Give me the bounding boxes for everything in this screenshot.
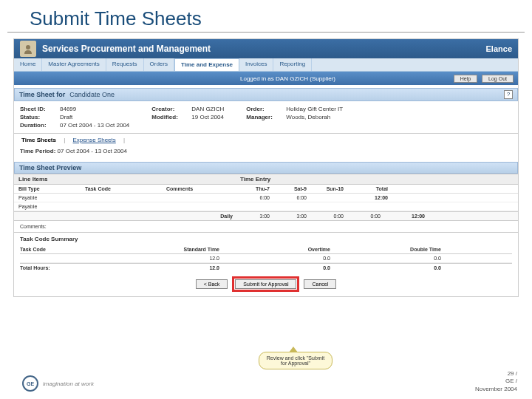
lineitems-label: Line Items bbox=[18, 176, 240, 183]
back-button[interactable]: < Back bbox=[196, 279, 228, 289]
brand-label: Elance bbox=[486, 44, 512, 53]
preview-bar: Time Sheet Preview bbox=[14, 162, 518, 174]
cell-total: 12:00 bbox=[351, 195, 388, 200]
timesheet-header-bar: Time Sheet for Candidate One ? bbox=[14, 88, 518, 101]
grid-columns: Bill Type Task Code Comments Thu-7 Sat-9… bbox=[14, 185, 518, 194]
tab-master-agreements[interactable]: Master Agreements bbox=[42, 58, 106, 71]
daily-totals-row: Daily 3:00 3:00 0:00 0:00 12:00 bbox=[14, 211, 518, 221]
cell-thu7 bbox=[240, 204, 277, 209]
sheet-id-label: Sheet ID: bbox=[20, 106, 57, 112]
daily-blank: 0:00 bbox=[351, 214, 388, 219]
action-bar: < Back Submit for Approval Cancel bbox=[14, 272, 518, 296]
cell-total bbox=[351, 204, 388, 209]
duration-value: 07 Oct 2004 - 13 Oct 2004 bbox=[60, 122, 129, 129]
summary-title: Task Code Summary bbox=[14, 233, 518, 245]
tab-time-expense[interactable]: Time and Expense bbox=[174, 58, 239, 71]
cell-sat9 bbox=[277, 204, 314, 209]
daily-label: Daily bbox=[203, 214, 240, 219]
cell-comments bbox=[166, 195, 240, 200]
sheet-id-value: 84699 bbox=[60, 106, 76, 112]
cell-type: Payable bbox=[18, 204, 85, 209]
modified-label: Modified: bbox=[151, 114, 188, 120]
duration-label: Duration: bbox=[20, 122, 57, 129]
cell-sun10 bbox=[314, 195, 351, 200]
scell-std: 12.0 bbox=[131, 256, 242, 261]
subtab-separator: | bbox=[123, 137, 125, 143]
scol-overtime: Overtime bbox=[242, 247, 352, 252]
status-label: Status: bbox=[20, 114, 57, 120]
summary-header-row: Task Code Standard Time Overtime Double … bbox=[20, 245, 512, 254]
sub-tabs: Time Sheets | Expense Sheets | bbox=[14, 134, 518, 146]
tab-home[interactable]: Home bbox=[14, 58, 42, 71]
meta-block: Sheet ID:84699 Status:Draft Duration:07 … bbox=[14, 101, 518, 134]
slide-title: Submit Time Sheets bbox=[7, 0, 525, 33]
summary-grid: Task Code Standard Time Overtime Double … bbox=[14, 245, 518, 272]
instruction-callout: Review and click "Submit for Approval" bbox=[259, 352, 332, 369]
tab-requests[interactable]: Requests bbox=[106, 58, 144, 71]
summary-total-row: Total Hours: 12.0 0.0 0.0 bbox=[20, 263, 512, 272]
total-ot: 0.0 bbox=[242, 265, 352, 270]
table-row: Payable 6:00 6:00 12:00 bbox=[14, 194, 518, 202]
cancel-button[interactable]: Cancel bbox=[304, 279, 336, 289]
period-label: Time Period: bbox=[20, 148, 55, 154]
table-row: Payable bbox=[14, 202, 518, 211]
modified-value: 19 Oct 2004 bbox=[191, 114, 224, 120]
svg-point-0 bbox=[26, 45, 30, 50]
col-taskcode: Task Code bbox=[85, 186, 166, 191]
manager-value: Woods, Deborah bbox=[286, 114, 330, 120]
avatar-icon bbox=[20, 41, 36, 57]
scol-taskcode: Task Code bbox=[20, 247, 131, 252]
creator-value: DAN GZICH bbox=[191, 106, 224, 112]
col-sun10: Sun-10 bbox=[314, 186, 351, 191]
total-std: 12.0 bbox=[131, 265, 242, 270]
order-label: Order: bbox=[246, 106, 283, 112]
login-text: Logged in as DAN GZICH (Supplier) bbox=[240, 75, 335, 82]
col-total: Total bbox=[351, 186, 388, 191]
help-button[interactable]: Help bbox=[454, 75, 477, 83]
subtab-expensesheets[interactable]: Expense Sheets bbox=[73, 137, 116, 143]
comments-row: Comments: bbox=[14, 221, 518, 233]
cell-type: Payable bbox=[18, 195, 85, 200]
scell-ot: 0.0 bbox=[242, 256, 352, 261]
subtab-timesheets[interactable]: Time Sheets bbox=[21, 137, 56, 143]
app-title: Services Procurement and Management bbox=[42, 44, 486, 54]
tab-orders[interactable]: Orders bbox=[144, 58, 174, 71]
app-window: Services Procurement and Management Elan… bbox=[13, 38, 519, 297]
footer-right: 29 / GE / November 2004 bbox=[475, 370, 517, 393]
manager-label: Manager: bbox=[246, 114, 283, 120]
comments-label: Comments: bbox=[20, 224, 47, 229]
tagline: imagination at work bbox=[43, 381, 94, 387]
col-thu7: Thu-7 bbox=[240, 186, 277, 191]
cell-sun10 bbox=[314, 204, 351, 209]
col-comments: Comments bbox=[166, 186, 240, 191]
tab-invoices[interactable]: Invoices bbox=[239, 58, 273, 71]
summary-row: 12.0 0.0 0.0 bbox=[20, 254, 512, 263]
timeentry-label: Time Entry bbox=[240, 176, 270, 183]
tab-reporting[interactable]: Reporting bbox=[273, 58, 312, 71]
total-hours-label: Total Hours: bbox=[20, 265, 131, 270]
total-dbl: 0.0 bbox=[352, 265, 463, 270]
logout-button[interactable]: Log Out bbox=[482, 75, 514, 83]
status-value: Draft bbox=[60, 114, 72, 120]
app-header: Services Procurement and Management Elan… bbox=[14, 39, 518, 58]
cell-sat9: 6:00 bbox=[277, 195, 314, 200]
nav-tabs: Home Master Agreements Requests Orders T… bbox=[14, 58, 518, 72]
daily-total: 12:00 bbox=[388, 214, 425, 219]
scol-double: Double Time bbox=[352, 247, 463, 252]
company-label: GE / bbox=[475, 378, 517, 385]
daily-sat9: 3:00 bbox=[277, 214, 314, 219]
user-bar: Logged in as DAN GZICH (Supplier) Help L… bbox=[14, 72, 518, 85]
help-icon[interactable]: ? bbox=[504, 90, 513, 99]
section-label: Time Sheet for bbox=[19, 91, 65, 98]
footer-left: GE imagination at work bbox=[22, 375, 94, 392]
cell-comments bbox=[166, 204, 240, 209]
cell-task bbox=[85, 195, 166, 200]
period-value: 07 Oct 2004 - 13 Oct 2004 bbox=[58, 148, 127, 154]
footer-date: November 2004 bbox=[475, 386, 517, 393]
submit-approval-button[interactable]: Submit for Approval bbox=[235, 279, 296, 289]
cell-task bbox=[85, 204, 166, 209]
page-number: 29 / bbox=[475, 370, 517, 378]
time-period-row: Time Period: 07 Oct 2004 - 13 Oct 2004 bbox=[14, 146, 518, 159]
section-person: Candidate One bbox=[69, 91, 115, 98]
scell-task bbox=[20, 256, 131, 261]
